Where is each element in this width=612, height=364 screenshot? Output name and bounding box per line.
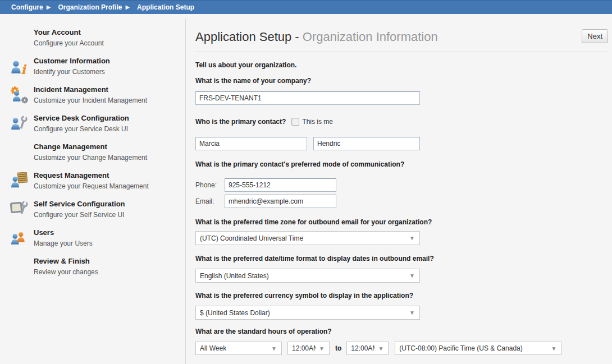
sidebar-item-title[interactable]: Review & Finish	[34, 257, 98, 265]
monitor-wrench-icon	[10, 200, 34, 228]
chevron-down-icon: ▼	[409, 310, 415, 316]
chevron-down-icon: ▼	[409, 235, 415, 241]
chevron-down-icon: ▼	[271, 345, 277, 352]
phone-input[interactable]	[225, 178, 336, 192]
sidebar-item-subtitle: Configure your Self Service UI	[34, 211, 125, 219]
chevron-down-icon: ▼	[551, 345, 556, 352]
sidebar-item-subtitle: Configure your Account	[34, 39, 104, 47]
sidebar-divider	[185, 19, 186, 364]
sidebar-item-title[interactable]: Users	[34, 228, 93, 237]
sidebar-item-review-finish[interactable]: Review & FinishReview your changes	[0, 257, 185, 285]
first-name-input[interactable]	[195, 137, 307, 150]
currency-question: What is the preferred currency symbol to…	[195, 292, 608, 300]
icon-spacer	[10, 257, 34, 285]
sidebar-item-subtitle: Customize your Incident Management	[34, 96, 147, 104]
sidebar-item-your-account[interactable]: Your AccountConfigure your Account	[0, 28, 185, 57]
person-gears-icon	[10, 85, 34, 114]
hours-end-select[interactable]: 12:00AM▼	[346, 342, 389, 355]
sidebar-item-title[interactable]: Service Desk Configuration	[34, 114, 129, 122]
chevron-down-icon: ▼	[378, 345, 383, 352]
email-input[interactable]	[225, 195, 336, 208]
breadcrumb-arrow-icon: ▶	[47, 4, 51, 10]
sidebar-item-incident-management[interactable]: Incident ManagementCustomize your Incide…	[0, 85, 185, 114]
sidebar: Your AccountConfigure your AccountiCusto…	[0, 28, 185, 285]
sidebar-item-request-management[interactable]: Request ManagementCustomize your Request…	[0, 171, 185, 200]
header-divider	[195, 52, 608, 52]
sidebar-item-service-desk-configuration[interactable]: Service Desk ConfigurationConfigure your…	[0, 114, 185, 142]
page-subtitle: Organization Information	[303, 30, 438, 44]
communication-question: What is the primary contact's preferred …	[195, 160, 608, 168]
sidebar-item-title[interactable]: Request Management	[34, 171, 149, 179]
hours-question: What are the standard hours of operation…	[195, 328, 608, 335]
sidebar-item-users[interactable]: UsersManage your Users	[0, 228, 185, 257]
chevron-down-icon: ▼	[409, 273, 415, 279]
breadcrumb-organization-profile[interactable]: Organization Profile	[58, 3, 122, 11]
phone-label: Phone:	[195, 181, 225, 189]
company-name-input[interactable]	[195, 91, 420, 105]
this-is-me-label: This is me	[302, 118, 333, 126]
breadcrumb-configure[interactable]: Configure	[11, 3, 43, 11]
hours-days-select[interactable]: All Week▼	[195, 342, 282, 355]
main-content: Application Setup - Organization Informa…	[195, 14, 608, 355]
hours-timezone-select[interactable]: (UTC-08:00) Pacific Time (US & Canada)▼	[395, 342, 561, 355]
company-name-question: What is the name of your company?	[195, 77, 608, 85]
breadcrumb-arrow-icon: ▶	[125, 4, 130, 10]
breadcrumb: Configure ▶ Organization Profile ▶ Appli…	[0, 0, 612, 14]
svg-text:i: i	[21, 62, 27, 76]
intro-text: Tell us about your organization.	[195, 61, 608, 69]
chevron-down-icon: ▼	[319, 345, 325, 352]
sidebar-item-title[interactable]: Self Service Configuration	[34, 200, 125, 208]
timezone-select[interactable]: (UTC) Coordinated Universal Time▼	[195, 231, 420, 245]
sidebar-item-title[interactable]: Customer Information	[34, 57, 110, 65]
next-button[interactable]: Next	[582, 29, 608, 43]
hours-start-select[interactable]: 12:00AM▼	[287, 342, 330, 355]
primary-contact-question: Who is the primary contact?This is me	[195, 118, 608, 126]
hours-of-operation-row: All Week▼ 12:00AM▼ to 12:00AM▼ (UTC-08:0…	[195, 342, 608, 355]
sidebar-item-change-management[interactable]: Change ManagementCustomize your Change M…	[0, 142, 185, 171]
sidebar-item-customer-information[interactable]: iCustomer InformationIdentify your Custo…	[0, 57, 185, 85]
sidebar-item-title[interactable]: Your Account	[34, 28, 104, 36]
currency-select[interactable]: $ (United States Dollar)▼	[195, 306, 420, 320]
person-info-icon: i	[10, 57, 34, 85]
icon-spacer	[10, 142, 34, 171]
sidebar-item-subtitle: Identify your Customers	[34, 68, 110, 76]
datetime-format-select[interactable]: English (United States)▼	[195, 269, 420, 283]
person-list-icon	[10, 171, 34, 200]
sidebar-item-title[interactable]: Incident Management	[34, 85, 147, 94]
hours-to-label: to	[335, 344, 341, 352]
email-label: Email:	[195, 197, 225, 205]
timezone-question: What is the preferred time zone for outb…	[195, 218, 608, 226]
last-name-input[interactable]	[313, 137, 420, 150]
sidebar-item-title[interactable]: Change Management	[34, 142, 147, 151]
datetime-format-question: What is the preferred date/time format t…	[195, 255, 608, 262]
sidebar-item-subtitle: Review your changes	[34, 268, 98, 276]
sidebar-item-subtitle: Customize your Request Management	[34, 182, 149, 190]
person-wrench-icon	[10, 114, 34, 142]
sidebar-item-subtitle: Manage your Users	[34, 239, 93, 247]
sidebar-item-self-service-configuration[interactable]: Self Service ConfigurationConfigure your…	[0, 200, 185, 228]
page-title: Application Setup - Organization Informa…	[195, 29, 438, 44]
this-is-me-checkbox[interactable]	[291, 118, 299, 126]
sidebar-item-subtitle: Configure your Service Desk UI	[34, 125, 129, 133]
users-icon	[10, 228, 34, 257]
breadcrumb-application-setup[interactable]: Application Setup	[137, 3, 194, 11]
sidebar-item-subtitle: Customize your Change Management	[34, 154, 147, 162]
icon-spacer	[10, 28, 34, 57]
